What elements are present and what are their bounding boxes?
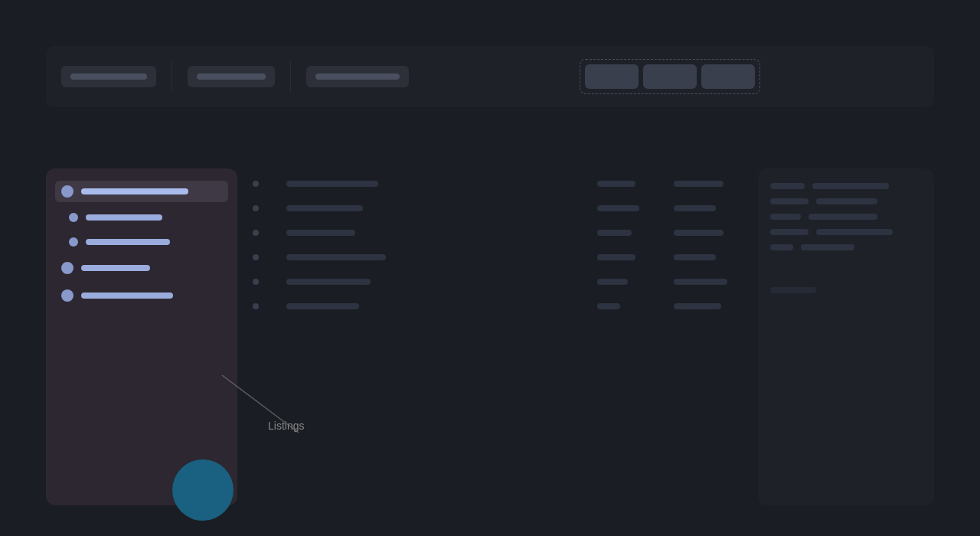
rp-bar: [770, 198, 808, 204]
listing-bar-col1: [286, 254, 386, 260]
rp-row-2: [770, 196, 922, 207]
nav-dot-2: [69, 213, 78, 222]
listing-dot: [253, 181, 259, 187]
listing-bar-col3: [674, 303, 721, 309]
segment-button-2[interactable]: [643, 64, 697, 89]
rp-bar: [770, 183, 805, 189]
circle-indicator: [172, 459, 234, 521]
listing-row: [250, 248, 746, 266]
segment-button-3[interactable]: [701, 64, 755, 89]
rp-row-6: [770, 285, 922, 296]
nav-item-5[interactable]: [55, 285, 228, 306]
nav-item-4[interactable]: [55, 257, 228, 279]
nav-label-1: [81, 188, 188, 194]
toolbar-btn2-bar: [197, 74, 266, 80]
rp-bar: [816, 229, 893, 235]
right-panel: [758, 168, 934, 505]
toolbar-button-2[interactable]: [188, 66, 275, 87]
listings-annotation-label: Listings: [268, 420, 304, 432]
segment-button-1[interactable]: [585, 64, 639, 89]
listing-row: [250, 224, 746, 242]
nav-label-4: [81, 265, 150, 271]
listing-bar-col3: [674, 205, 716, 211]
listing-bar-col3: [674, 254, 716, 260]
listing-bar-col1: [286, 181, 378, 187]
rp-row-3: [770, 211, 922, 222]
toolbar-divider-2: [290, 61, 291, 92]
listing-bar-col2: [597, 181, 635, 187]
rp-bar: [770, 229, 808, 235]
nav-dot-5: [61, 289, 74, 302]
rp-bar: [770, 244, 793, 250]
nav-label-2: [86, 214, 162, 221]
toolbar-divider-1: [172, 61, 172, 92]
nav-dot-4: [61, 262, 74, 274]
listings-panel: [250, 168, 746, 505]
rp-bar: [816, 198, 877, 204]
toolbar-btn1-bar: [70, 74, 147, 80]
listing-bar-col3: [674, 230, 724, 236]
rp-bar: [812, 183, 889, 189]
listing-dot: [253, 279, 259, 285]
listing-bar-col2: [597, 230, 632, 236]
segment-group: [580, 59, 760, 94]
rp-row-4: [770, 227, 922, 237]
nav-dot-1: [61, 185, 74, 198]
listing-bar-col1: [286, 205, 363, 211]
listing-row: [250, 175, 746, 193]
listing-dot: [253, 254, 259, 260]
listing-bar-col1: [286, 230, 355, 236]
toolbar-button-1[interactable]: [61, 66, 156, 87]
listing-row: [250, 199, 746, 217]
listing-bar-col2: [597, 205, 639, 211]
navigation-panel: [46, 168, 237, 505]
toolbar: [46, 46, 934, 107]
nav-dot-3: [69, 237, 78, 247]
main-area: [46, 168, 934, 505]
listing-bar-col2: [597, 279, 628, 285]
listing-bar-col2: [597, 303, 620, 309]
nav-label-5: [81, 293, 173, 299]
toolbar-btn3-bar: [315, 74, 400, 80]
rp-bar: [808, 214, 877, 220]
rp-spacer: [770, 257, 922, 280]
listing-bar-col1: [286, 303, 359, 309]
nav-item-2[interactable]: [55, 208, 228, 227]
nav-item-1[interactable]: [55, 181, 228, 202]
rp-bar: [770, 287, 816, 293]
listing-row: [250, 273, 746, 291]
listing-row: [250, 297, 746, 315]
listing-bar-col1: [286, 279, 371, 285]
rp-bar: [770, 214, 801, 220]
listing-dot: [253, 303, 259, 309]
listing-dot: [253, 205, 259, 211]
listing-dot: [253, 230, 259, 236]
rp-bar: [801, 244, 854, 250]
rp-row-5: [770, 242, 922, 253]
toolbar-button-3[interactable]: [306, 66, 409, 87]
listing-bar-col3: [674, 279, 727, 285]
nav-label-3: [86, 239, 170, 245]
listing-bar-col3: [674, 181, 724, 187]
listing-bar-col2: [597, 254, 635, 260]
rp-row-1: [770, 181, 922, 191]
nav-item-3[interactable]: [55, 233, 228, 251]
